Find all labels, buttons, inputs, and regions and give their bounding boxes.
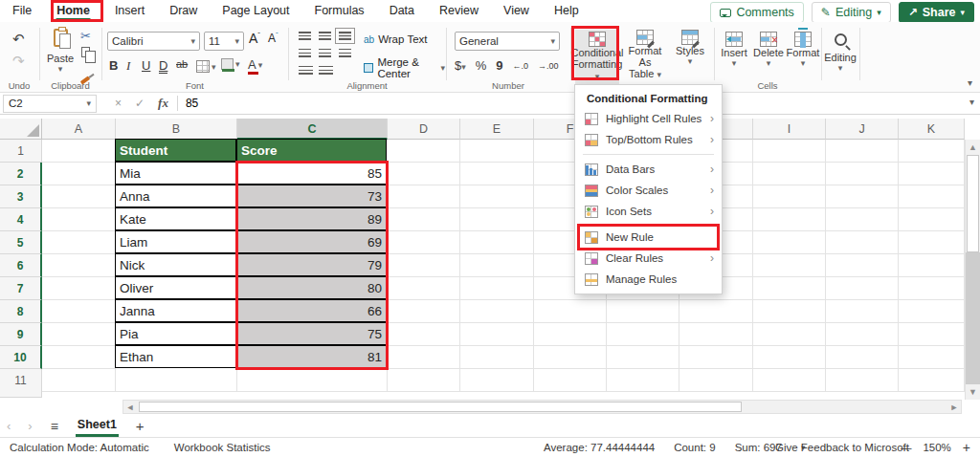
row-header-2[interactable]: 2 (0, 163, 42, 185)
cancel-icon[interactable]: × (108, 97, 128, 110)
fill-color-button[interactable]: ▾ (221, 58, 240, 70)
tab-insert[interactable]: Insert (102, 0, 157, 22)
top-align-icon[interactable] (299, 32, 311, 40)
feedback-link[interactable]: Give Feedback to Microsoft (775, 442, 909, 453)
cell-G8[interactable] (607, 300, 679, 323)
decrease-decimal-button[interactable]: →.00 (538, 61, 559, 71)
font-color-button[interactable]: A ▾ (248, 57, 262, 72)
cell-K2[interactable] (899, 163, 965, 185)
cell-F8[interactable] (534, 300, 607, 323)
cell-K11[interactable] (899, 369, 965, 392)
row-header-8[interactable]: 8 (0, 300, 42, 323)
menu-item-highlight-cell-rules[interactable]: Highlight Cell Rules › (575, 108, 722, 129)
underline-button[interactable]: U (142, 58, 150, 73)
cell-G10[interactable] (607, 346, 679, 369)
cell-C1[interactable]: Score (236, 139, 387, 162)
cell-J4[interactable] (826, 208, 899, 231)
cell-I7[interactable] (753, 277, 826, 300)
cell-I9[interactable] (753, 323, 826, 346)
cell-I2[interactable] (753, 163, 826, 185)
align-left-icon[interactable] (299, 49, 311, 57)
next-sheet-icon[interactable]: › (21, 419, 38, 433)
cell-C5[interactable]: 69 (236, 230, 387, 253)
column-header-D[interactable]: D (388, 119, 460, 140)
formula-input[interactable]: 85 (180, 97, 198, 110)
percent-style-button[interactable]: % (476, 58, 487, 73)
cell-A4[interactable] (42, 208, 116, 231)
cell-K9[interactable] (899, 323, 965, 346)
cell-A5[interactable] (42, 231, 116, 254)
tab-view[interactable]: View (491, 0, 542, 22)
cell-C8[interactable]: 66 (236, 299, 387, 322)
tab-data[interactable]: Data (377, 0, 427, 22)
cell-K6[interactable] (899, 254, 965, 277)
row-header-7[interactable]: 7 (0, 277, 42, 300)
cell-J11[interactable] (826, 369, 899, 392)
double-underline-button[interactable]: D (159, 58, 167, 74)
cell-C11[interactable] (237, 369, 388, 392)
insert-cells-button[interactable]: Insert ▾ (718, 32, 750, 68)
cell-E1[interactable] (460, 140, 534, 163)
tab-draw[interactable]: Draw (157, 0, 210, 22)
cell-E9[interactable] (460, 323, 534, 346)
cell-E10[interactable] (460, 346, 534, 369)
vertical-scroll-track[interactable] (966, 252, 980, 384)
cell-G9[interactable] (607, 323, 679, 346)
horizontal-scroll-thumb[interactable] (139, 402, 742, 412)
share-button[interactable]: ↗ Share ▾ (899, 2, 974, 23)
sheet-list-menu-icon[interactable]: ≡ (43, 419, 66, 434)
undo-icon[interactable]: ↶ (12, 32, 25, 46)
cell-J10[interactable] (826, 346, 899, 369)
cell-A10[interactable] (42, 346, 116, 369)
column-header-E[interactable]: E (460, 119, 534, 140)
bottom-align-icon[interactable] (339, 32, 351, 40)
scroll-down-icon[interactable]: ▼ (966, 384, 980, 400)
cell-K5[interactable] (899, 231, 965, 254)
cell-B5[interactable]: Liam (115, 230, 236, 253)
shrink-font-button[interactable]: Aˇ (268, 31, 278, 45)
cell-J1[interactable] (826, 140, 899, 163)
menu-item-new-rule[interactable]: New Rule (575, 227, 722, 248)
cell-C2[interactable]: 85 (236, 162, 387, 185)
cell-K4[interactable] (899, 208, 965, 231)
cell-I1[interactable] (753, 140, 826, 163)
menu-item-clear-rules[interactable]: Clear Rules › (575, 248, 722, 269)
cut-icon[interactable]: ✂ (80, 29, 91, 43)
merge-center-button[interactable]: Merge & Center ▾ (364, 56, 445, 79)
cell-C7[interactable]: 80 (236, 276, 387, 299)
cell-C4[interactable]: 89 (236, 207, 387, 230)
cell-H11[interactable] (679, 369, 753, 392)
cell-D6[interactable] (388, 254, 460, 277)
editing-mode-button[interactable]: ✎ Editing ▾ (812, 2, 891, 23)
cell-H9[interactable] (679, 323, 753, 346)
cell-A6[interactable] (42, 254, 116, 277)
cell-K3[interactable] (899, 185, 965, 208)
row-header-3[interactable]: 3 (0, 185, 42, 208)
row-header-4[interactable]: 4 (0, 208, 42, 231)
menu-item-icon-sets[interactable]: Icon Sets › (575, 201, 722, 222)
calculation-mode[interactable]: Calculation Mode: Automatic (10, 442, 149, 453)
row-header-5[interactable]: 5 (0, 231, 42, 254)
grow-font-button[interactable]: Aˆ (249, 31, 260, 46)
cell-K10[interactable] (899, 346, 965, 369)
scroll-right-icon[interactable]: ► (947, 400, 961, 415)
cell-I8[interactable] (753, 300, 826, 323)
cell-E11[interactable] (460, 369, 534, 392)
scroll-left-icon[interactable]: ◄ (123, 400, 137, 415)
vertical-scrollbar[interactable]: ▲ ▼ (965, 140, 980, 400)
cell-D11[interactable] (388, 369, 460, 392)
cell-A8[interactable] (42, 300, 116, 323)
cell-C10[interactable]: 81 (236, 345, 387, 368)
format-as-table-button[interactable]: Format As Table ▾ (622, 30, 668, 80)
cell-J6[interactable] (826, 254, 899, 277)
cell-I6[interactable] (753, 254, 826, 277)
cell-A7[interactable] (42, 277, 116, 300)
cell-K1[interactable] (899, 140, 965, 163)
enter-icon[interactable]: ✓ (128, 97, 151, 110)
workbook-statistics[interactable]: Workbook Statistics (174, 442, 271, 453)
menu-item-data-bars[interactable]: Data Bars › (575, 159, 722, 180)
cell-B10[interactable]: Ethan (115, 345, 236, 368)
vertical-scroll-thumb[interactable] (967, 155, 979, 252)
italic-button[interactable]: I (126, 58, 130, 74)
row-header-6[interactable]: 6 (0, 254, 42, 277)
